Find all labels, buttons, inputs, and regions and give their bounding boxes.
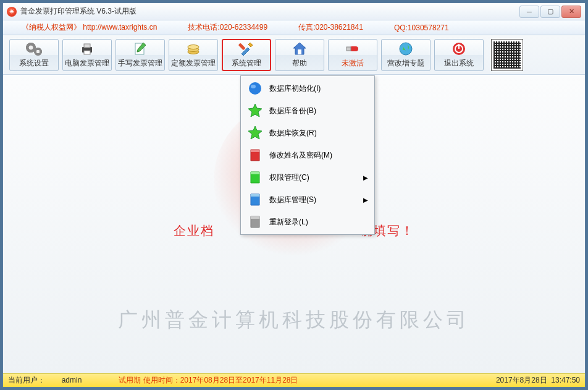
- svg-rect-2: [84, 51, 90, 54]
- svg-rect-1: [84, 44, 90, 48]
- svg-point-11: [400, 43, 412, 55]
- power-icon: [451, 41, 467, 57]
- svg-rect-10: [346, 47, 351, 51]
- gears-icon: [26, 41, 42, 57]
- book-blue-icon: [247, 192, 263, 208]
- svg-point-15: [249, 82, 261, 95]
- watermark-company: 广州普金计算机科技股份有限公司: [118, 307, 470, 334]
- system-manage-dropdown: 数据库初始化(I) 数据库备份(B) 数据库恢复(R) 修改姓名及密码(M) 权…: [240, 75, 375, 235]
- status-datetime: 2017年8月28日 13:47:50: [496, 375, 580, 386]
- handwritten-invoice-button[interactable]: 手写发票管理: [116, 39, 165, 71]
- svg-rect-18: [251, 172, 259, 174]
- menu-relogin[interactable]: 重新登录(L): [242, 211, 373, 233]
- printer-icon: [79, 41, 95, 57]
- not-activated-button[interactable]: 未激活: [328, 39, 377, 71]
- help-button[interactable]: 帮助: [275, 39, 324, 71]
- chevron-right-icon: ▶: [363, 174, 368, 181]
- titlebar: ✴ 普金发票打印管理系统 V6.3-试用版 ─ ▢ ✕: [3, 3, 585, 20]
- current-user-label: 当前用户： admin: [8, 375, 82, 386]
- window-controls: ─ ▢ ✕: [519, 6, 581, 18]
- sphere-blue-icon: [247, 80, 263, 96]
- svg-rect-19: [251, 194, 259, 197]
- main-area: 广州普金计算机科技股份有限公司 企业档 确填写！ 数据库初始化(I) 数据库备份…: [3, 75, 585, 373]
- info-bar: 《纳税人权益网》 http://www.taxrights.cn 技术电话:02…: [3, 20, 585, 35]
- qr-code: [491, 39, 523, 71]
- svg-point-16: [251, 85, 256, 88]
- minimize-button[interactable]: ─: [519, 6, 539, 18]
- book-green-icon: [247, 169, 263, 185]
- star-green-icon: [247, 125, 263, 141]
- svg-rect-20: [251, 216, 259, 219]
- book-grey-icon: [247, 214, 263, 230]
- toolbar: 系统设置 电脑发票管理 手写发票管理 定额发票管理 系统管理: [3, 35, 585, 75]
- app-window: ✴ 普金发票打印管理系统 V6.3-试用版 ─ ▢ ✕ 《纳税人权益网》 htt…: [2, 2, 586, 388]
- book-red-icon: [247, 147, 263, 163]
- menu-db-backup[interactable]: 数据库备份(B): [242, 100, 373, 122]
- fixed-invoice-button[interactable]: 定额发票管理: [169, 39, 218, 71]
- menu-db-manage[interactable]: 数据库管理(S) ▶: [242, 189, 373, 211]
- site-link[interactable]: 《纳税人权益网》 http://www.taxrights.cn: [22, 22, 157, 33]
- menu-db-init[interactable]: 数据库初始化(I): [242, 77, 373, 100]
- trial-info: 试用期 使用时间：2017年08月28日至2017年11月28日: [119, 375, 298, 386]
- yinggaizheng-button[interactable]: 营改增专题: [381, 39, 430, 71]
- svg-point-6: [188, 45, 199, 49]
- svg-rect-17: [251, 150, 259, 152]
- star-green-icon: [247, 103, 263, 119]
- app-icon: ✴: [7, 7, 17, 17]
- computer-invoice-button[interactable]: 电脑发票管理: [62, 39, 112, 71]
- coins-icon: [185, 41, 201, 57]
- close-button[interactable]: ✕: [561, 6, 581, 18]
- home-icon: [292, 41, 308, 57]
- system-settings-button[interactable]: 系统设置: [9, 39, 59, 71]
- svg-rect-8: [298, 49, 301, 54]
- usb-icon: [345, 41, 361, 57]
- exit-button[interactable]: 退出系统: [434, 39, 484, 71]
- menu-db-restore[interactable]: 数据库恢复(R): [242, 122, 373, 144]
- system-manage-button[interactable]: 系统管理: [222, 39, 271, 71]
- globe-icon: [398, 41, 414, 57]
- pencil-note-icon: [132, 41, 148, 57]
- fax-number: 传真:020-38621841: [298, 22, 363, 33]
- svg-rect-7: [238, 43, 246, 50]
- maximize-button[interactable]: ▢: [540, 6, 560, 18]
- statusbar: 当前用户： admin 试用期 使用时间：2017年08月28日至2017年11…: [3, 373, 585, 387]
- menu-change-password[interactable]: 修改姓名及密码(M): [242, 144, 373, 166]
- qq-number: QQ:1030578271: [394, 23, 449, 32]
- menu-permission[interactable]: 权限管理(C) ▶: [242, 166, 373, 189]
- tech-phone: 技术电话:020-62334499: [188, 22, 267, 33]
- chevron-right-icon: ▶: [363, 197, 368, 203]
- svg-rect-14: [458, 44, 460, 49]
- current-user: admin: [62, 376, 82, 384]
- window-title: 普金发票打印管理系统 V6.3-试用版: [20, 6, 136, 17]
- tools-icon: [238, 41, 254, 57]
